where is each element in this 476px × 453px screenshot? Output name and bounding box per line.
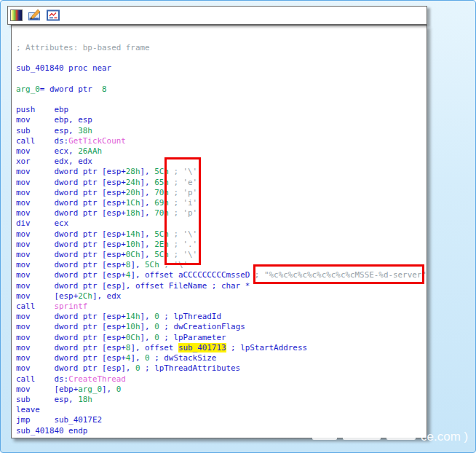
code-line[interactable]: sub_401840 endp xyxy=(16,426,427,436)
code-line xyxy=(16,95,427,105)
code-line[interactable]: mov [ebp+arg_0], 0 xyxy=(16,385,427,395)
code-line[interactable]: push ebp xyxy=(16,105,427,115)
code-line[interactable]: xor edx, edx xyxy=(16,157,427,167)
code-line[interactable]: mov dword ptr [esp+8], 5Ch ; '\' xyxy=(16,260,427,270)
toolbar xyxy=(7,6,427,25)
disassembly-listing[interactable]: ; Attributes: bp-based frame sub_401840 … xyxy=(16,43,427,436)
code-line[interactable]: mov dword ptr [esp], offset FileName ; c… xyxy=(16,281,427,291)
code-line[interactable]: mov dword ptr [esp+0Ch], 5Ch ; '\' xyxy=(16,250,427,260)
code-line[interactable]: mov dword ptr [esp+18h], 70h ; 'p' xyxy=(16,208,427,218)
ida-disassembly-screenshot: ; Attributes: bp-based frame sub_401840 … xyxy=(0,0,476,453)
watermark-fragment xyxy=(386,436,416,440)
highlighted-identifier[interactable]: sub_401713 xyxy=(178,343,226,352)
code-line[interactable]: leave xyxy=(16,405,427,415)
code-line[interactable]: mov dword ptr [esp+24h], 65h ; 'e' xyxy=(16,178,427,188)
analysis-options-icon[interactable] xyxy=(46,9,60,22)
code-line[interactable]: mov dword ptr [esp+10h], 2Eh ; '.' xyxy=(16,240,427,250)
code-line[interactable]: mov ecx, 26AAh xyxy=(16,146,427,157)
watermark-fragment xyxy=(343,436,381,440)
palette-icon[interactable] xyxy=(9,9,23,22)
code-line[interactable]: div ecx xyxy=(16,218,427,229)
code-line[interactable]: sub esp, 18h xyxy=(16,395,427,405)
code-line[interactable]: arg_0= dword ptr 8 xyxy=(16,84,427,95)
code-line[interactable]: mov dword ptr [esp+4], 0 ; dwStackSize xyxy=(16,353,427,363)
watermark-text: ce.com ) xyxy=(421,430,468,444)
watermark-fragment xyxy=(312,436,337,440)
code-line[interactable]: call ds:GetTickCount xyxy=(16,136,427,146)
code-line[interactable]: mov dword ptr [esp+20h], 70h ; 'p' xyxy=(16,188,427,198)
edit-pencil-icon[interactable] xyxy=(28,9,41,22)
code-line[interactable]: mov dword ptr [esp+0Ch], 0 ; lpParameter xyxy=(16,333,427,343)
code-line[interactable]: mov dword ptr [esp+10h], 0 ; dwCreationF… xyxy=(16,322,427,332)
code-line[interactable]: mov [esp+2Ch], edx xyxy=(16,291,427,302)
code-line[interactable]: mov ebp, esp xyxy=(16,115,427,125)
disassembly-window: ; Attributes: bp-based frame sub_401840 … xyxy=(11,25,427,438)
code-line[interactable]: ; Attributes: bp-based frame xyxy=(16,43,427,53)
code-line[interactable]: mov dword ptr [esp+4], offset aCCCCCCCCC… xyxy=(16,270,427,280)
code-line[interactable]: mov dword ptr [esp+8], offset sub_401713… xyxy=(16,343,427,353)
code-line[interactable]: call sprintf xyxy=(16,302,427,312)
code-line[interactable]: mov dword ptr [esp+14h], 5Ch ; '\' xyxy=(16,229,427,240)
code-line[interactable]: mov dword ptr [esp], 0 ; lpThreadAttribu… xyxy=(16,363,427,374)
code-line[interactable]: mov dword ptr [esp+14h], 0 ; lpThreadId xyxy=(16,312,427,322)
code-line xyxy=(16,74,427,84)
code-line[interactable]: mov dword ptr [esp+28h], 5Ch ; '\' xyxy=(16,167,427,177)
code-line[interactable]: call ds:CreateThread xyxy=(16,374,427,385)
code-line xyxy=(16,53,427,63)
code-line[interactable]: jmp sub_4017E2 xyxy=(16,415,427,425)
code-line[interactable]: sub_401840 proc near xyxy=(16,63,427,74)
code-line[interactable]: mov dword ptr [esp+1Ch], 69h ; 'i' xyxy=(16,198,427,208)
code-line[interactable]: sub esp, 38h xyxy=(16,126,427,136)
